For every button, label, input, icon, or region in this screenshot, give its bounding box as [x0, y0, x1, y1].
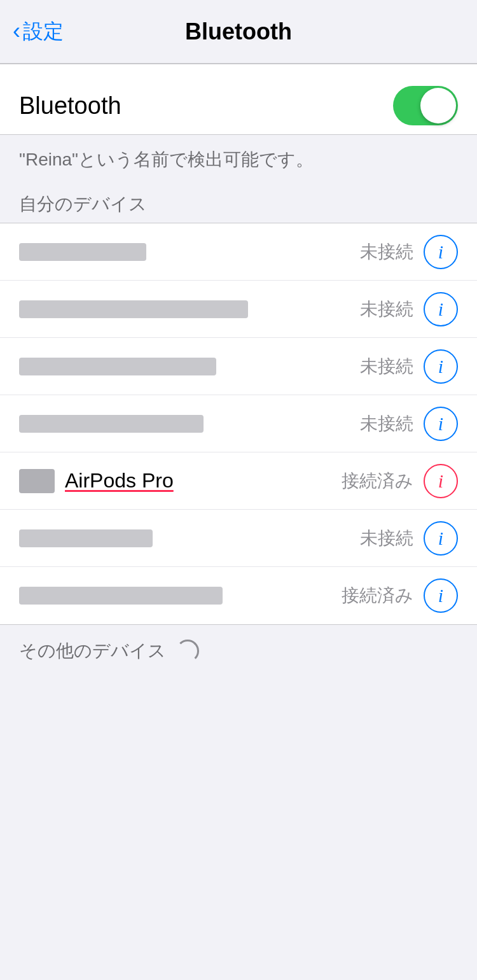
device-status-area: 接続済み i [342, 578, 458, 613]
device-info [19, 587, 342, 605]
back-button-label: 設定 [23, 18, 64, 46]
my-devices-header-text: 自分のデバイス [19, 194, 147, 214]
device-row[interactable]: 未接続 i [0, 338, 477, 395]
info-icon: i [438, 414, 443, 433]
loading-spinner [176, 640, 199, 662]
device-row[interactable]: 未接続 i [0, 223, 477, 281]
airpods-pro-name: AirPods Pro [65, 469, 174, 493]
device-icon [19, 469, 55, 493]
device-status-area: 未接続 i [360, 407, 458, 441]
bluetooth-toggle-section: Bluetooth [0, 64, 477, 135]
device-name-blurred [19, 358, 216, 375]
device-status-area: 未接続 i [360, 292, 458, 326]
device-status-text: 未接続 [360, 297, 413, 321]
device-info [19, 415, 360, 433]
device-status-area: 未接続 i [360, 349, 458, 384]
device-info [19, 358, 360, 375]
device-info-button[interactable]: i [424, 521, 458, 556]
bluetooth-label: Bluetooth [19, 92, 121, 120]
device-info-button[interactable]: i [424, 578, 458, 613]
info-icon: i [438, 472, 443, 491]
device-row[interactable]: 未接続 i [0, 281, 477, 338]
device-name-blur-block [19, 243, 146, 261]
info-icon: i [438, 242, 443, 262]
toggle-thumb [420, 88, 456, 123]
device-status-text: 未接続 [360, 526, 413, 550]
device-status-area: 接続済み i [342, 464, 458, 498]
device-name-blur-block [19, 529, 153, 547]
device-row[interactable]: 未接続 i [0, 395, 477, 452]
device-name-blur-block [19, 587, 223, 605]
info-icon: i [438, 586, 443, 605]
device-status-area: 未接続 i [360, 235, 458, 269]
other-devices-header-section: その他のデバイス [0, 625, 477, 669]
back-button[interactable]: ‹ 設定 [13, 18, 64, 46]
device-name-blurred [19, 300, 248, 318]
device-name-blurred [19, 243, 146, 261]
info-icon: i [438, 357, 443, 376]
navigation-bar: ‹ 設定 Bluetooth [0, 0, 477, 64]
bluetooth-info-section: "Reina"という名前で検出可能です。 [0, 135, 477, 178]
device-info-button[interactable]: i [424, 235, 458, 269]
device-info [19, 243, 360, 261]
device-info [19, 300, 360, 318]
device-list: 未接続 i 未接続 i 未接続 i [0, 223, 477, 625]
page-title: Bluetooth [185, 18, 292, 45]
bluetooth-toggle-switch[interactable] [393, 86, 458, 125]
airpods-pro-row[interactable]: AirPods Pro 接続済み i [0, 452, 477, 510]
device-status-text: 未接続 [360, 412, 413, 436]
device-info-button[interactable]: i [424, 349, 458, 384]
bluetooth-toggle-row[interactable]: Bluetooth [0, 77, 477, 134]
device-info: AirPods Pro [19, 469, 342, 493]
device-row[interactable]: 接続済み i [0, 567, 477, 624]
bluetooth-info-text: "Reina"という名前で検出可能です。 [19, 150, 314, 169]
device-name-blur-block [19, 358, 216, 375]
device-info-button[interactable]: i [424, 292, 458, 326]
device-status-text: 未接続 [360, 240, 413, 264]
info-icon: i [438, 529, 443, 548]
device-name-blurred [19, 415, 204, 433]
device-status-text: 接続済み [342, 469, 413, 493]
my-devices-header-section: 自分のデバイス [0, 178, 477, 223]
device-info-button-highlighted[interactable]: i [424, 464, 458, 498]
device-name-blur-block [19, 415, 204, 433]
device-status-text: 接続済み [342, 584, 413, 608]
back-chevron-icon: ‹ [13, 20, 20, 43]
device-name-blurred [19, 587, 223, 605]
device-name-blur-block [19, 300, 248, 318]
device-status-text: 未接続 [360, 354, 413, 379]
device-info [19, 529, 360, 547]
info-icon: i [438, 300, 443, 319]
device-info-button[interactable]: i [424, 407, 458, 441]
device-status-area: 未接続 i [360, 521, 458, 556]
other-devices-header-text: その他のデバイス [19, 639, 166, 663]
device-name-blurred [19, 529, 153, 547]
device-row[interactable]: 未接続 i [0, 510, 477, 567]
